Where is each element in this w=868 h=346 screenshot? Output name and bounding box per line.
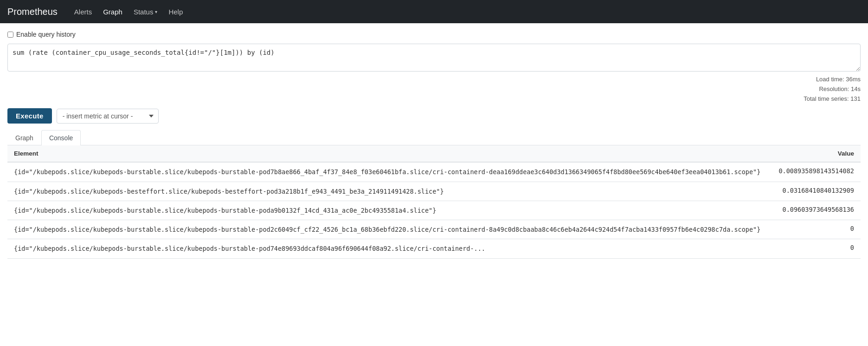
element-cell: {id="/kubepods.slice/kubepods-burstable.… (7, 162, 772, 182)
table-row: {id="/kubepods.slice/kubepods-besteffort… (7, 182, 861, 201)
value-cell: 0 (772, 220, 861, 239)
nav-link-help[interactable]: Help (163, 1, 188, 22)
metric-select[interactable]: - insert metric at cursor - (57, 109, 159, 124)
chevron-down-icon: ▾ (155, 9, 157, 14)
total-series: Total time series: 131 (7, 94, 861, 104)
nav-link-alerts[interactable]: Alerts (69, 1, 97, 22)
execute-button[interactable]: Execute (7, 108, 52, 124)
table-row: {id="/kubepods.slice/kubepods-burstable.… (7, 220, 861, 239)
element-cell: {id="/kubepods.slice/kubepods-besteffort… (7, 182, 772, 201)
query-history-checkbox[interactable] (7, 32, 13, 38)
col-header-value: Value (772, 145, 861, 162)
tab-console[interactable]: Console (41, 130, 81, 145)
nav-link-graph[interactable]: Graph (97, 1, 128, 22)
element-cell: {id="/kubepods.slice/kubepods-burstable.… (7, 239, 772, 258)
value-cell: 0.03168410840132909 (772, 182, 861, 201)
value-cell: 0.09603973649568136 (772, 201, 861, 220)
tabs-row: Graph Console (7, 130, 861, 145)
nav-link-status[interactable]: Status ▾ (128, 1, 163, 22)
query-history-row: Enable query history (7, 31, 861, 38)
table-row: {id="/kubepods.slice/kubepods-burstable.… (7, 239, 861, 258)
load-info: Load time: 36ms Resolution: 14s Total ti… (7, 75, 861, 104)
load-time: Load time: 36ms (7, 75, 861, 85)
resolution: Resolution: 14s (7, 85, 861, 94)
results-table: Element Value {id="/kubepods.slice/kubep… (7, 145, 861, 258)
main-content: Enable query history Load time: 36ms Res… (0, 23, 868, 259)
query-history-label[interactable]: Enable query history (16, 31, 76, 38)
execute-row: Execute - insert metric at cursor - (7, 108, 861, 124)
navbar: Prometheus Alerts Graph Status ▾ Help (0, 0, 868, 23)
tab-graph[interactable]: Graph (7, 130, 41, 145)
element-cell: {id="/kubepods.slice/kubepods-burstable.… (7, 201, 772, 220)
element-cell: {id="/kubepods.slice/kubepods-burstable.… (7, 220, 772, 239)
query-input[interactable] (7, 44, 861, 72)
navbar-brand[interactable]: Prometheus (7, 7, 58, 17)
value-cell: 0 (772, 239, 861, 258)
nav-link-status-label: Status (134, 8, 154, 16)
table-row: {id="/kubepods.slice/kubepods-burstable.… (7, 162, 861, 182)
value-cell: 0.008935898143514082 (772, 162, 861, 182)
col-header-element: Element (7, 145, 772, 162)
table-row: {id="/kubepods.slice/kubepods-burstable.… (7, 201, 861, 220)
